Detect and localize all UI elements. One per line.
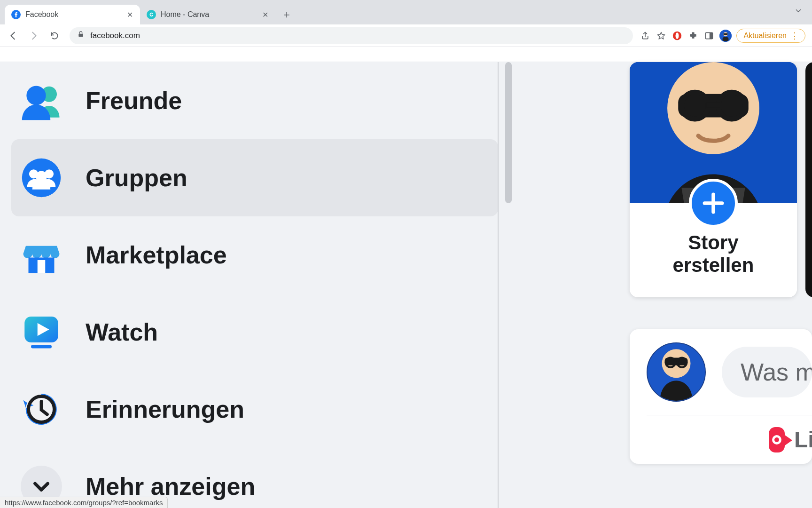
browser-tab-strip: Facebook ✕ Home - Canva ✕ ＋ [0,0,812,24]
svg-rect-27 [707,102,720,107]
browser-tab-facebook[interactable]: Facebook ✕ [5,5,140,24]
plus-icon [689,179,738,228]
tab-title: Facebook [25,10,121,19]
svg-point-12 [26,86,46,105]
svg-point-1 [147,10,156,19]
svg-rect-18 [38,260,46,273]
browser-toolbar: facebook.com Aktualisieren ⋮ [0,24,812,47]
create-story-card[interactable]: Story erstellen [630,62,797,297]
svg-rect-2 [78,34,83,37]
next-story-peek[interactable] [805,62,812,297]
toolbar-right: Aktualisieren ⋮ [640,29,807,43]
update-label: Aktualisieren [743,32,787,40]
groups-icon [21,157,62,198]
browser-tab-canva[interactable]: Home - Canva ✕ [140,5,275,24]
extensions-puzzle-icon[interactable] [687,30,699,41]
reload-button[interactable] [46,27,63,44]
svg-rect-6 [710,32,713,39]
lock-icon [77,31,85,40]
svg-rect-20 [31,345,52,349]
friends-icon [21,80,62,121]
sidebar-item-memories[interactable]: Erinnerungen [11,371,498,448]
sidebar-item-watch[interactable]: Watch [11,294,498,371]
watch-icon [21,311,62,353]
sidebar-divider [498,62,499,508]
new-tab-button[interactable]: ＋ [278,6,295,23]
sidebar-item-label: Mehr anzeigen [86,472,255,500]
sidebar-item-label: Watch [86,318,158,346]
composer-input[interactable]: Was m [722,347,812,397]
composer-placeholder: Was m [741,358,812,386]
status-bar-link-preview: https://www.facebook.com/groups/?ref=boo… [0,497,168,508]
svg-point-34 [774,437,779,442]
share-icon[interactable] [640,30,651,41]
tab-close-icon[interactable]: ✕ [126,11,133,18]
status-url-text: https://www.facebook.com/groups/?ref=boo… [5,499,163,507]
left-sidebar: Freunde Gruppen [0,62,498,508]
url-text: facebook.com [90,31,140,40]
tabs-overflow-icon[interactable] [794,7,803,17]
address-bar[interactable]: facebook.com [70,27,633,44]
sidebar-item-label: Marketplace [86,241,227,269]
menu-dots-icon: ⋮ [790,32,799,40]
sidebar-item-label: Erinnerungen [86,395,244,423]
sidebar-item-marketplace[interactable]: Marketplace [11,216,498,294]
canva-favicon [147,10,156,19]
svg-point-4 [676,32,679,39]
back-button[interactable] [5,27,22,44]
feed-right-area: Story erstellen [512,62,812,508]
star-icon[interactable] [656,30,667,41]
sidebar-item-friends[interactable]: Freunde [11,62,498,139]
composer-avatar[interactable] [647,342,706,402]
marketplace-icon [21,234,62,276]
tab-close-icon[interactable]: ✕ [261,11,269,18]
update-button[interactable]: Aktualisieren ⋮ [736,29,805,43]
profile-avatar-toolbar[interactable] [719,30,732,42]
sidebar-item-label: Gruppen [86,164,187,192]
sidebar-item-groups[interactable]: Gruppen [11,139,498,216]
page-viewport: Freunde Gruppen [0,47,812,508]
extension-opera-icon[interactable] [671,30,683,41]
live-video-icon[interactable] [769,427,785,452]
memories-icon [21,389,62,430]
sidebar-item-label: Freunde [86,87,182,115]
side-panel-icon[interactable] [703,30,715,41]
scrollbar-thumb[interactable] [505,62,512,203]
tab-title: Home - Canva [161,10,257,19]
facebook-favicon [11,10,21,19]
svg-rect-9 [723,37,729,41]
live-video-label[interactable]: Live-V [794,427,812,452]
forward-button[interactable] [25,27,42,44]
svg-rect-10 [724,33,728,34]
post-composer: Was m Live-V [630,329,812,464]
page-top-bar-gap [0,47,812,62]
